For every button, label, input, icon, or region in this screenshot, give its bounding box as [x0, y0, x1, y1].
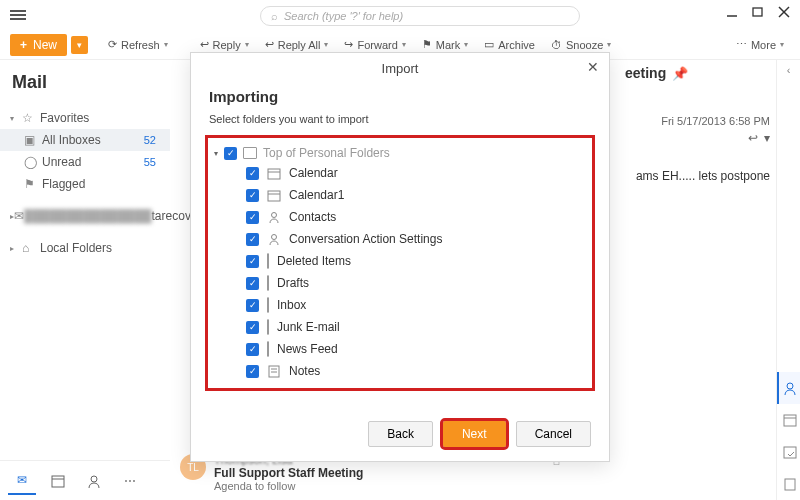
refresh-button[interactable]: ⟳Refresh▾: [102, 34, 174, 55]
archive-icon: ▭: [484, 38, 494, 51]
chevron-down-icon: ▾: [245, 40, 249, 49]
sidebar-account[interactable]: ▸✉███████████████tarecovery: [0, 205, 170, 227]
more-icon: ⋯: [736, 38, 747, 51]
svg-rect-4: [52, 476, 64, 487]
new-label: New: [33, 38, 57, 52]
search-placeholder: Search (type '?' for help): [284, 10, 403, 22]
folder-label: Calendar1: [289, 188, 344, 202]
chevron-right-icon: ▸: [10, 244, 22, 253]
reply-icon[interactable]: ↩: [748, 131, 758, 145]
folder-label: Drafts: [277, 276, 309, 290]
preview-date: Fri 5/17/2013 6:58 PM: [625, 115, 770, 127]
tree-item[interactable]: ✓Drafts: [212, 272, 588, 294]
folder-label: News Feed: [277, 342, 338, 356]
refresh-icon: ⟳: [108, 38, 117, 51]
star-icon: ☆: [22, 111, 40, 125]
more-tab[interactable]: ⋯: [116, 467, 144, 495]
new-button[interactable]: +New: [10, 34, 67, 56]
rail-notes[interactable]: [777, 468, 801, 500]
tree-item[interactable]: ✓Notes: [212, 360, 588, 382]
tree-item[interactable]: ✓Contacts: [212, 206, 588, 228]
folder-label: Deleted Items: [277, 254, 351, 268]
folder-icon: [267, 342, 269, 356]
folder-label: Inbox: [277, 298, 306, 312]
svg-rect-1: [753, 8, 762, 16]
next-button[interactable]: Next: [443, 421, 506, 447]
minimize-button[interactable]: [726, 6, 738, 18]
tree-item[interactable]: ✓Calendar: [212, 162, 588, 184]
new-dropdown[interactable]: ▾: [71, 36, 88, 54]
rail-calendar[interactable]: [777, 404, 801, 436]
unread-icon: ◯: [24, 155, 42, 169]
checkbox[interactable]: ✓: [246, 189, 259, 202]
reply-icon: ↩: [200, 38, 209, 51]
tree-item[interactable]: ✓News Feed: [212, 338, 588, 360]
tree-item[interactable]: ✓Junk E-mail: [212, 316, 588, 338]
checkbox[interactable]: ✓: [246, 321, 259, 334]
pin-icon[interactable]: 📌: [672, 66, 688, 81]
checkbox[interactable]: ✓: [246, 167, 259, 180]
folder-label: Conversation Action Settings: [289, 232, 442, 246]
maximize-button[interactable]: [752, 6, 764, 18]
sidebar-item-flagged[interactable]: ⚑Flagged: [0, 173, 170, 195]
folder-icon: [243, 147, 257, 159]
tree-item[interactable]: ✓Conversation Action Settings: [212, 228, 588, 250]
mail-tab[interactable]: ✉: [8, 467, 36, 495]
svg-point-17: [272, 235, 277, 240]
preview-pane: eeting📌 Fri 5/17/2013 6:58 PM ↩▾ ams EH.…: [625, 65, 770, 183]
rail-tasks[interactable]: [777, 436, 801, 468]
chevron-down-icon[interactable]: ▾: [764, 131, 770, 145]
calendar-icon: [267, 166, 281, 180]
tree-item[interactable]: ✓Deleted Items: [212, 250, 588, 272]
flag-icon: ⚑: [422, 38, 432, 51]
contact-icon: [267, 232, 281, 246]
dialog-titlebar: Import ✕: [191, 53, 609, 84]
window-controls: [726, 6, 790, 18]
tree-item[interactable]: ✓Calendar1: [212, 184, 588, 206]
checkbox[interactable]: ✓: [246, 277, 259, 290]
favorites-header[interactable]: ▾☆Favorites: [0, 107, 170, 129]
checkbox[interactable]: ✓: [246, 343, 259, 356]
hamburger-menu[interactable]: [10, 8, 26, 22]
tree-root[interactable]: ▾ ✓ Top of Personal Folders: [212, 144, 588, 162]
right-rail: ‹: [776, 60, 800, 500]
plus-icon: +: [20, 38, 27, 52]
checkbox[interactable]: ✓: [246, 255, 259, 268]
note-icon: [267, 364, 281, 378]
dialog-subheading: Select folders you want to import: [191, 107, 609, 135]
calendar-tab[interactable]: [44, 467, 72, 495]
collapse-button[interactable]: ‹: [787, 64, 791, 76]
account-name-blurred: ███████████████: [24, 209, 152, 223]
mail-title: Mail: [0, 72, 170, 93]
checkbox[interactable]: ✓: [224, 147, 237, 160]
root-label: Top of Personal Folders: [263, 146, 390, 160]
contact-icon: [267, 210, 281, 224]
chevron-down-icon: ▾: [324, 40, 328, 49]
flag-icon: ⚑: [24, 177, 42, 191]
more-button[interactable]: ⋯More▾: [730, 34, 790, 55]
dialog-buttons: Back Next Cancel: [191, 407, 609, 461]
checkbox[interactable]: ✓: [246, 233, 259, 246]
count-badge: 52: [144, 134, 160, 146]
sidebar: Mail ▾☆Favorites ▣All Inboxes52 ◯Unread5…: [0, 60, 170, 460]
dialog-close-button[interactable]: ✕: [587, 59, 599, 75]
rail-contacts[interactable]: [777, 372, 801, 404]
search-input[interactable]: ⌕ Search (type '?' for help): [260, 6, 580, 26]
preview-body: ams EH..... lets postpone: [625, 169, 770, 183]
sidebar-item-all-inboxes[interactable]: ▣All Inboxes52: [0, 129, 170, 151]
sidebar-local-folders[interactable]: ▸⌂Local Folders: [0, 237, 170, 259]
checkbox[interactable]: ✓: [246, 299, 259, 312]
checkbox[interactable]: ✓: [246, 211, 259, 224]
dialog-title: Import: [382, 61, 419, 76]
back-button[interactable]: Back: [368, 421, 433, 447]
folder-icon: [267, 298, 269, 312]
close-button[interactable]: [778, 6, 790, 18]
svg-point-6: [91, 476, 97, 482]
chevron-down-icon[interactable]: ▾: [214, 149, 218, 158]
checkbox[interactable]: ✓: [246, 365, 259, 378]
folder-icon: [267, 254, 269, 268]
cancel-button[interactable]: Cancel: [516, 421, 591, 447]
tree-item[interactable]: ✓Inbox: [212, 294, 588, 316]
sidebar-item-unread[interactable]: ◯Unread55: [0, 151, 170, 173]
contacts-tab[interactable]: [80, 467, 108, 495]
